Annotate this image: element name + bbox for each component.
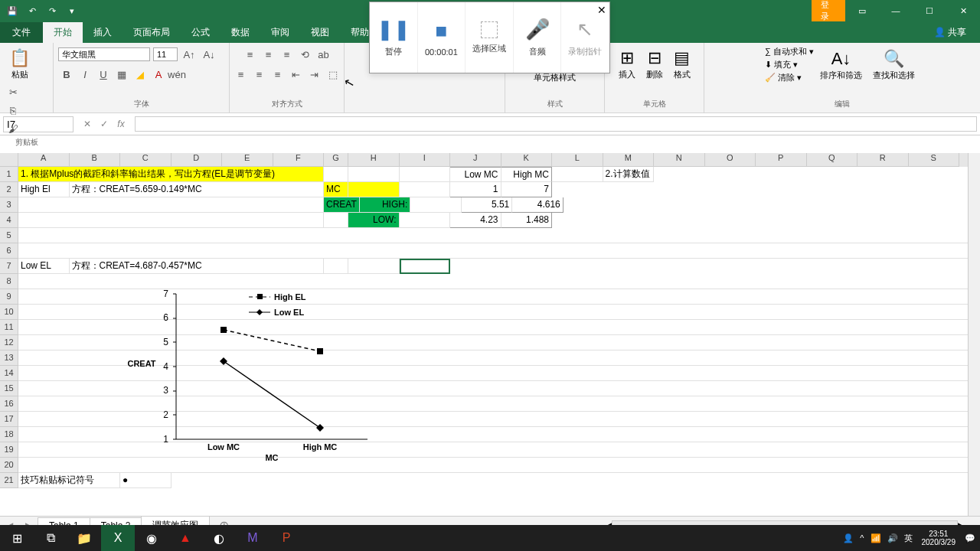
start-icon[interactable]: ⊞ — [0, 525, 34, 551]
border-icon[interactable]: ▦ — [113, 66, 130, 83]
row-header[interactable]: 14 — [0, 366, 18, 381]
cell[interactable] — [324, 259, 348, 274]
row-header[interactable]: 9 — [0, 289, 18, 305]
tray-up-icon[interactable]: ^ — [860, 533, 864, 543]
grow-font-icon[interactable]: A↑ — [181, 46, 198, 63]
row-header[interactable]: 15 — [0, 381, 18, 396]
row-header[interactable]: 11 — [0, 320, 18, 335]
row-header[interactable]: 1 — [0, 167, 18, 182]
cell[interactable]: 方程：CREAT=4.687-0.457*MC — [70, 259, 325, 274]
app-icon[interactable]: ◐ — [202, 525, 236, 551]
row-header[interactable]: 13 — [0, 350, 18, 366]
fill-color-icon[interactable]: ◢ — [132, 66, 149, 83]
col-header[interactable]: H — [348, 153, 400, 167]
tray-sound-icon[interactable]: 🔊 — [887, 533, 898, 543]
col-header[interactable]: F — [273, 153, 325, 167]
tray-clock[interactable]: 23:51 2020/3/29 — [919, 530, 959, 546]
col-header[interactable]: C — [120, 153, 172, 167]
chrome-icon[interactable]: ◉ — [135, 525, 168, 551]
cell[interactable]: 5.51 — [462, 197, 513, 213]
row-header[interactable]: 2 — [0, 182, 18, 197]
delete-cell-button[interactable]: ⊟删除 — [642, 46, 668, 82]
cell[interactable]: ● — [120, 473, 172, 488]
col-header[interactable]: R — [858, 153, 909, 167]
col-header[interactable]: K — [501, 153, 553, 167]
align-right-icon[interactable]: ≡ — [270, 66, 286, 83]
row-header[interactable]: 3 — [0, 197, 18, 213]
cell[interactable]: 4.23 — [450, 213, 501, 228]
insert-cell-button[interactable]: ⊞插入 — [614, 46, 640, 82]
cell[interactable] — [348, 167, 400, 182]
fill-button[interactable]: ⬇ 填充 ▾ — [765, 59, 814, 70]
col-header[interactable]: G — [324, 153, 348, 167]
recorder-select-button[interactable]: 选择区域 — [466, 2, 514, 73]
row-header[interactable]: 18 — [0, 427, 18, 442]
qa-custom-icon[interactable]: ▾ — [63, 2, 81, 20]
recorder-pointer-button[interactable]: ↖ 录制指针 — [561, 2, 609, 73]
pdf-icon[interactable]: ▲ — [168, 525, 202, 551]
tray-people-icon[interactable]: 👤 — [843, 533, 854, 543]
undo-icon[interactable]: ↶ — [23, 2, 41, 20]
row-header[interactable]: 10 — [0, 305, 18, 320]
cell[interactable] — [324, 167, 348, 182]
clear-button[interactable]: 🧹 清除 ▾ — [765, 72, 814, 83]
fx-icon[interactable]: fx — [113, 119, 129, 129]
tab-review[interactable]: 审阅 — [260, 22, 300, 43]
cell[interactable]: LOW: — [348, 213, 400, 228]
tab-layout[interactable]: 页面布局 — [122, 22, 181, 43]
shrink-font-icon[interactable]: A↓ — [201, 46, 217, 63]
row-header[interactable]: 16 — [0, 396, 18, 412]
cell[interactable]: 1.488 — [501, 213, 553, 228]
formula-input[interactable] — [135, 116, 977, 132]
phonetic-icon[interactable]: wén — [168, 66, 185, 83]
col-header[interactable]: M — [603, 153, 655, 167]
cell[interactable]: High El — [18, 182, 70, 197]
chart[interactable]: 1 2 3 4 5 6 7 Low MC High MC MC CREA — [122, 286, 390, 462]
format-cell-button[interactable]: ▤格式 — [669, 46, 695, 82]
row-header[interactable]: 6 — [0, 243, 18, 259]
cell[interactable]: 方程：CREAT=5.659-0.149*MC — [70, 182, 325, 197]
enter-formula-icon[interactable]: ✓ — [96, 119, 112, 129]
wrap-text-icon[interactable]: ab — [315, 46, 332, 63]
row-header[interactable]: 7 — [0, 259, 18, 274]
recorder-audio-button[interactable]: 🎤 音频 — [514, 2, 562, 73]
col-header[interactable]: Q — [807, 153, 858, 167]
cell-style-button[interactable]: 单元格样式 — [534, 72, 576, 83]
col-header[interactable]: J — [450, 153, 501, 167]
cell[interactable] — [18, 228, 980, 243]
col-header[interactable]: L — [552, 153, 603, 167]
cell[interactable]: Low MC — [450, 167, 501, 182]
tray-wifi-icon[interactable]: 📶 — [871, 533, 881, 543]
font-name[interactable] — [58, 47, 150, 61]
explorer-icon[interactable]: 📁 — [67, 525, 101, 551]
worksheet-grid[interactable]: A B C D E F G H I J K L M N O P Q R S 12… — [0, 153, 980, 516]
font-size[interactable] — [153, 47, 178, 61]
cell[interactable]: 1 — [450, 182, 501, 197]
row-header[interactable]: 8 — [0, 274, 18, 289]
indent-inc-icon[interactable]: ⇥ — [306, 66, 323, 83]
align-mid-icon[interactable]: ≡ — [260, 46, 277, 63]
merge-icon[interactable]: ⬚ — [325, 66, 341, 83]
cell[interactable] — [18, 213, 324, 228]
mplus-icon[interactable]: M — [236, 525, 270, 551]
sort-filter-button[interactable]: A↓排序和筛选 — [815, 47, 867, 83]
taskview-icon[interactable]: ⧉ — [34, 525, 67, 551]
tray-ime[interactable]: 英 — [904, 533, 913, 544]
row-header[interactable]: 20 — [0, 458, 18, 473]
cell[interactable]: Low EL — [18, 259, 70, 274]
row-header[interactable]: 17 — [0, 412, 18, 427]
ribbon-options-icon[interactable]: ▭ — [845, 0, 879, 21]
cell[interactable]: 技巧粘贴标记符号 — [18, 473, 120, 488]
row-header[interactable]: 4 — [0, 213, 18, 228]
tab-file[interactable]: 文件 — [0, 22, 43, 43]
select-all-corner[interactable] — [0, 153, 18, 167]
col-header[interactable]: A — [18, 153, 70, 167]
share-button[interactable]: 👤 共享 — [926, 22, 974, 43]
row-header[interactable]: 19 — [0, 442, 18, 458]
row-header[interactable]: 5 — [0, 228, 18, 243]
cancel-formula-icon[interactable]: ✕ — [80, 119, 95, 129]
cell[interactable] — [400, 167, 451, 182]
orientation-icon[interactable]: ⟲ — [297, 46, 314, 63]
col-header[interactable]: I — [400, 153, 451, 167]
cell[interactable] — [552, 167, 603, 182]
